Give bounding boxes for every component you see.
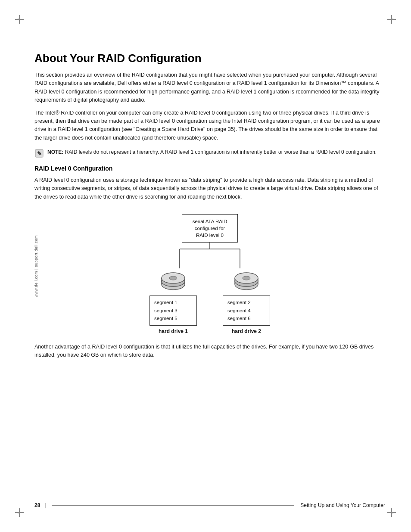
page-title: About Your RAID Configuration [34,52,385,65]
connector-svg [137,243,283,268]
hdd-icon-2 [231,268,262,292]
corner-mark-br [385,506,398,519]
note-body: RAID levels do not represent a hierarchy… [65,149,377,155]
paragraph-2: The Intel® RAID controller on your compu… [34,109,385,143]
corner-mark-bl [13,506,26,519]
note-box: ✎ NOTE: RAID levels do not represent a h… [34,148,385,158]
drive1-seg3: segment 5 [154,314,192,322]
drive2-seg2: segment 4 [227,307,265,314]
drive2-seg1: segment 2 [227,299,265,306]
main-content: About Your RAID Configuration This secti… [34,52,385,359]
paragraph-3: A RAID level 0 configuration uses a stor… [34,176,385,201]
note-text: NOTE: RAID levels do not represent a hie… [47,148,377,156]
raid-box-line2: configured for [195,226,225,231]
drive-column-1: segment 1 segment 3 segment 5 hard drive… [149,268,197,334]
footer-divider [52,505,294,506]
raid-box-line1: serial ATA RAID [193,219,227,224]
paragraph-4: Another advantage of a RAID level 0 conf… [34,343,385,360]
svg-text:✎: ✎ [37,150,42,157]
hdd-icon-1 [158,268,189,292]
footer-text: Setting Up and Using Your Computer [300,502,385,508]
drive1-seg2: segment 3 [154,307,192,314]
diagram-middle: segment 1 segment 3 segment 5 hard drive… [149,268,270,334]
raid-diagram: serial ATA RAID configured for RAID leve… [34,214,385,334]
drive-2-label: hard drive 2 [232,328,261,334]
drive-2-segments: segment 2 segment 4 segment 6 [223,296,270,325]
footer-pipe: | [44,502,46,508]
drive1-seg1: segment 1 [154,299,192,306]
drive-1-segments: segment 1 segment 3 segment 5 [149,296,197,325]
sidebar-text: www.dell.com | support.dell.com [34,235,38,297]
drive-column-2: segment 2 segment 4 segment 6 hard drive… [223,268,270,334]
drive-1-label: hard drive 1 [159,328,188,334]
note-label: NOTE: [47,149,63,155]
footer-page-number: 28 [34,502,40,508]
svg-point-10 [169,276,177,280]
connector-area [137,243,283,268]
note-icon: ✎ [34,149,44,158]
section-title: RAID Level 0 Configuration [34,165,385,172]
page-footer: 28 | Setting Up and Using Your Computer [34,502,385,508]
raid-box: serial ATA RAID configured for RAID leve… [182,214,238,243]
paragraph-1: This section provides an overview of the… [34,71,385,105]
corner-mark-tl [13,13,26,26]
raid-box-line3: RAID level 0 [196,233,224,238]
drive2-seg3: segment 6 [227,314,265,322]
corner-mark-tr [385,13,398,26]
svg-point-16 [243,276,250,280]
